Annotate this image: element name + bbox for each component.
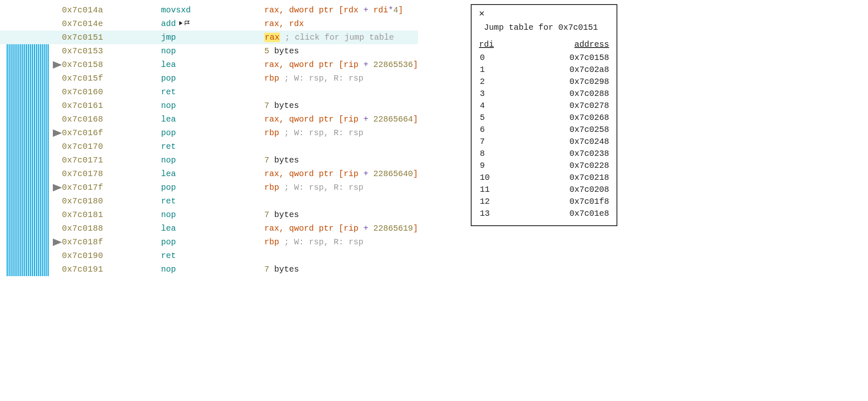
operand-token: [279, 237, 284, 247]
operand-token: qword ptr: [289, 224, 339, 233]
jump-table-row[interactable]: 120x7c01f8: [479, 196, 609, 208]
operand-token: ]: [413, 115, 418, 124]
address: 0x7c016f: [62, 126, 161, 140]
operand-token: qword ptr: [289, 115, 339, 124]
jump-table-index: 1: [479, 64, 515, 76]
operands: rbp ; W: rsp, R: rsp: [264, 72, 363, 85]
operand-token: rax: [264, 19, 279, 29]
operand-token: bytes: [269, 101, 299, 110]
operands: 7 bytes: [264, 208, 299, 222]
operands: rax, qword ptr [rip + 22865536]: [264, 58, 418, 72]
disassembly-row[interactable]: 0x7c0188learax, qword ptr [rip + 2286561…: [0, 222, 418, 235]
operand-token: 5: [264, 46, 269, 56]
operand-token: rax: [264, 5, 279, 15]
operand-token: ; W: rsp, R: rsp: [284, 74, 363, 83]
operand-token: [: [339, 5, 344, 15]
jump-table-row[interactable]: 110x7c0208: [479, 184, 609, 196]
operand-token: 7: [264, 210, 269, 220]
jump-table-row[interactable]: 60x7c0258: [479, 124, 609, 136]
address: 0x7c0180: [62, 194, 161, 208]
operands: rax, qword ptr [rip + 22865664]: [264, 112, 418, 126]
disassembly-row[interactable]: 0x7c0178learax, qword ptr [rip + 2286564…: [0, 167, 418, 181]
svg-marker-23: [179, 21, 183, 25]
address: 0x7c0161: [62, 99, 161, 112]
jump-table-row[interactable]: 70x7c0248: [479, 136, 609, 148]
operand-token: rbp: [264, 74, 279, 83]
operand-token: ; W: rsp, R: rsp: [284, 128, 363, 138]
disassembly-row[interactable]: 0x7c014amovsxdrax, dword ptr [rdx + rdi*…: [0, 3, 418, 17]
address: 0x7c0171: [62, 153, 161, 167]
operand-token[interactable]: rax: [264, 33, 280, 42]
disassembly-row[interactable]: 0x7c0168learax, qword ptr [rip + 2286566…: [0, 112, 418, 126]
disassembly-row[interactable]: 0x7c0160ret: [0, 85, 418, 99]
operand-token: +: [358, 60, 373, 69]
operand-token: 7: [264, 101, 269, 110]
jump-table-row[interactable]: 30x7c0288: [479, 88, 609, 100]
address: 0x7c0153: [62, 44, 161, 58]
operand-token: [: [339, 169, 344, 179]
mnemonic: nop: [161, 99, 264, 112]
disassembly-row[interactable]: 0x7c0151jmprax ; click for jump table: [0, 31, 418, 44]
jump-table-header-index: rdi: [479, 40, 515, 52]
jump-table-address: 0x7c0158: [515, 52, 609, 64]
operand-token: ,: [279, 5, 289, 15]
operand-token: rdx: [344, 5, 358, 15]
jump-table-row[interactable]: 80x7c0238: [479, 148, 609, 160]
disassembly-row[interactable]: 0x7c0170ret: [0, 140, 418, 153]
breakpoint-flags-icon[interactable]: [178, 20, 192, 26]
disassembly-row[interactable]: 0x7c018fpoprbp ; W: rsp, R: rsp: [0, 235, 418, 249]
mnemonic: lea: [161, 222, 264, 235]
jump-table-address: 0x7c0218: [515, 172, 609, 184]
disassembly-row[interactable]: 0x7c016fpoprbp ; W: rsp, R: rsp: [0, 126, 418, 140]
address: 0x7c015f: [62, 72, 161, 85]
operand-token: bytes: [269, 210, 299, 220]
operand-token: +: [358, 115, 373, 124]
disassembly-row[interactable]: 0x7c0171nop7 bytes: [0, 153, 418, 167]
operand-token: bytes: [269, 46, 299, 56]
jump-table-index: 13: [479, 208, 515, 220]
jump-table-address: 0x7c0208: [515, 184, 609, 196]
jump-table-row[interactable]: 90x7c0228: [479, 160, 609, 172]
disassembly-row[interactable]: 0x7c0161nop7 bytes: [0, 99, 418, 112]
address: 0x7c014a: [62, 3, 161, 17]
disassembly-row[interactable]: 0x7c0191nop7 bytes: [0, 263, 418, 276]
jump-table-row[interactable]: 130x7c01e8: [479, 208, 609, 220]
operands: 7 bytes: [264, 263, 299, 276]
address: 0x7c0188: [62, 222, 161, 235]
disassembly-row[interactable]: 0x7c0180ret: [0, 194, 418, 208]
address: 0x7c0178: [62, 167, 161, 181]
close-icon[interactable]: ✕: [479, 10, 484, 19]
jump-table-row[interactable]: 50x7c0268: [479, 112, 609, 124]
disassembly-row[interactable]: 0x7c014eaddrax, rdx: [0, 17, 418, 31]
operand-token: rbp: [264, 183, 279, 192]
jump-table-row[interactable]: 10x7c02a8: [479, 64, 609, 76]
operand-token: [280, 33, 285, 42]
operand-token: *: [388, 5, 393, 15]
operand-token: rax: [264, 169, 279, 179]
jump-table-address: 0x7c0238: [515, 148, 609, 160]
operand-token: ; click for jump table: [285, 33, 394, 42]
address: 0x7c0158: [62, 58, 161, 72]
disassembly-row[interactable]: 0x7c0153nop5 bytes: [0, 44, 418, 58]
disassembly-row[interactable]: 0x7c017fpoprbp ; W: rsp, R: rsp: [0, 181, 418, 194]
jump-table-row[interactable]: 00x7c0158: [479, 52, 609, 64]
operand-token: rdx: [289, 19, 304, 29]
jump-table-index: 11: [479, 184, 515, 196]
jump-table-index: 8: [479, 148, 515, 160]
jump-table-address: 0x7c0288: [515, 88, 609, 100]
operand-token: bytes: [269, 265, 299, 274]
operand-token: +: [358, 5, 373, 15]
operand-token: rip: [344, 224, 358, 233]
disassembly-row[interactable]: 0x7c015fpoprbp ; W: rsp, R: rsp: [0, 72, 418, 85]
jump-table-index: 0: [479, 52, 515, 64]
operand-token: rdi: [373, 5, 388, 15]
jump-table-row[interactable]: 40x7c0278: [479, 100, 609, 112]
jump-table-row[interactable]: 20x7c0298: [479, 76, 609, 88]
disassembly-row[interactable]: 0x7c0190ret: [0, 249, 418, 263]
operands: rbp ; W: rsp, R: rsp: [264, 181, 363, 194]
disassembly-row[interactable]: 0x7c0181nop7 bytes: [0, 208, 418, 222]
operand-token: 22865664: [373, 115, 413, 124]
operands: rax, qword ptr [rip + 22865640]: [264, 167, 418, 181]
disassembly-row[interactable]: 0x7c0158learax, qword ptr [rip + 2286553…: [0, 58, 418, 72]
jump-table-row[interactable]: 100x7c0218: [479, 172, 609, 184]
